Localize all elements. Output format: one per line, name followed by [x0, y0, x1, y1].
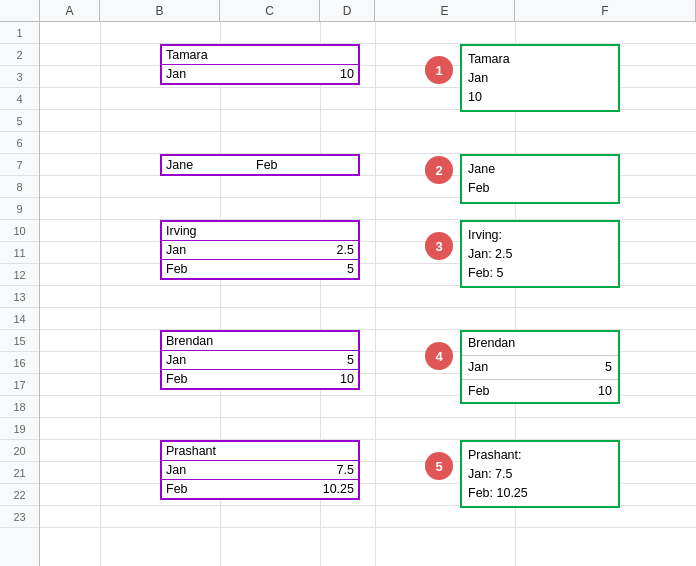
badge-3: 3 [425, 232, 453, 260]
gb-row: Jan 5 [462, 356, 618, 380]
pb-cell: Feb [162, 370, 252, 388]
spreadsheet-grid[interactable]: Tamara Jan 10 Jane Feb Irving [40, 22, 696, 566]
grid-h-line [40, 132, 696, 154]
row-num: 19 [0, 418, 39, 440]
grid-h-line [40, 308, 696, 330]
row-num: 7 [0, 154, 39, 176]
pb-cell: Irving [162, 222, 358, 240]
green-box-4: Brendan Jan 5 Feb 10 [460, 330, 620, 404]
gb-cell: Jan [468, 358, 572, 377]
pb-cell: Jan [162, 241, 252, 259]
pb-cell: Prashant [162, 442, 358, 460]
purple-box-5: Prashant Jan 7.5 Feb 10.25 [160, 440, 360, 500]
pb-row: Jane Feb [162, 156, 358, 174]
badge-5: 5 [425, 452, 453, 480]
gb-cell: 10 [572, 382, 612, 401]
pb-row: Jan 5 [162, 351, 358, 370]
row-num: 12 [0, 264, 39, 286]
pb-row: Feb 10.25 [162, 480, 358, 498]
gb-cell: Brendan [468, 334, 572, 353]
pb-cell: Feb [162, 260, 252, 278]
pb-row: Tamara [162, 46, 358, 65]
col-header-b: B [100, 0, 220, 21]
badge-2: 2 [425, 156, 453, 184]
gb-cell: 5 [572, 358, 612, 377]
pb-row: Jan 2.5 [162, 241, 358, 260]
row-num: 13 [0, 286, 39, 308]
grid-h-line [40, 22, 696, 44]
gb-row: Brendan [462, 332, 618, 356]
pb-cell: 5 [252, 351, 358, 369]
badge-4: 4 [425, 342, 453, 370]
row-num: 18 [0, 396, 39, 418]
gb-line: Feb: 10.25 [468, 484, 612, 503]
gb-line: Jan: 7.5 [468, 465, 612, 484]
pb-row: Jan 7.5 [162, 461, 358, 480]
pb-row: Jan 10 [162, 65, 358, 83]
row-num: 15 [0, 330, 39, 352]
gb-line: Feb [468, 179, 612, 198]
row-num: 6 [0, 132, 39, 154]
pb-cell: Feb [162, 480, 252, 498]
purple-box-3: Irving Jan 2.5 Feb 5 [160, 220, 360, 280]
row-num: 3 [0, 66, 39, 88]
grid-h-line [40, 418, 696, 440]
grid-v-line [100, 22, 101, 566]
pb-row: Irving [162, 222, 358, 241]
pb-row: Feb 5 [162, 260, 358, 278]
row-numbers: 1234567891011121314151617181920212223 [0, 22, 40, 566]
row-num: 5 [0, 110, 39, 132]
row-num: 4 [0, 88, 39, 110]
purple-box-1: Tamara Jan 10 [160, 44, 360, 85]
gb-row: Feb 10 [462, 380, 618, 403]
green-box-2: Jane Feb [460, 154, 620, 204]
row-num: 1 [0, 22, 39, 44]
purple-box-4: Brendan Jan 5 Feb 10 [160, 330, 360, 390]
column-headers: A B C D E F [0, 0, 696, 22]
pb-cell: Jan [162, 65, 252, 83]
purple-box-2: Jane Feb [160, 154, 360, 176]
pb-cell: 7.5 [252, 461, 358, 479]
pb-cell: 10 [252, 370, 358, 388]
row-num: 11 [0, 242, 39, 264]
green-box-5: Prashant: Jan: 7.5 Feb: 10.25 [460, 440, 620, 508]
row-num: 21 [0, 462, 39, 484]
pb-cell: Brendan [162, 332, 358, 350]
pb-cell: Jan [162, 351, 252, 369]
pb-cell: 2.5 [252, 241, 358, 259]
grid-v-line [375, 22, 376, 566]
gb-line: Jane [468, 160, 612, 179]
pb-cell: 10.25 [252, 480, 358, 498]
pb-cell: Jane [162, 156, 252, 174]
row-num: 8 [0, 176, 39, 198]
row-num: 16 [0, 352, 39, 374]
gb-line: Feb: 5 [468, 264, 612, 283]
corner-header [0, 0, 40, 21]
grid-h-line [40, 286, 696, 308]
pb-cell: 5 [252, 260, 358, 278]
col-header-a: A [40, 0, 100, 21]
col-header-d: D [320, 0, 375, 21]
row-num: 14 [0, 308, 39, 330]
green-box-1: Tamara Jan 10 [460, 44, 620, 112]
col-header-e: E [375, 0, 515, 21]
grid-h-line [40, 506, 696, 528]
gb-line: Jan: 2.5 [468, 245, 612, 264]
green-box-3: Irving: Jan: 2.5 Feb: 5 [460, 220, 620, 288]
grid-h-line [40, 110, 696, 132]
gb-line: Irving: [468, 226, 612, 245]
gb-line: Prashant: [468, 446, 612, 465]
row-num: 17 [0, 374, 39, 396]
pb-cell: Jan [162, 461, 252, 479]
row-num: 10 [0, 220, 39, 242]
spreadsheet: A B C D E F 1234567891011121314151617181… [0, 0, 696, 566]
gb-line: Jan [468, 69, 612, 88]
gb-line: Tamara [468, 50, 612, 69]
row-num: 9 [0, 198, 39, 220]
pb-cell: 10 [252, 65, 358, 83]
row-num: 20 [0, 440, 39, 462]
col-header-c: C [220, 0, 320, 21]
badge-1: 1 [425, 56, 453, 84]
gb-line: 10 [468, 88, 612, 107]
pb-row: Feb 10 [162, 370, 358, 388]
